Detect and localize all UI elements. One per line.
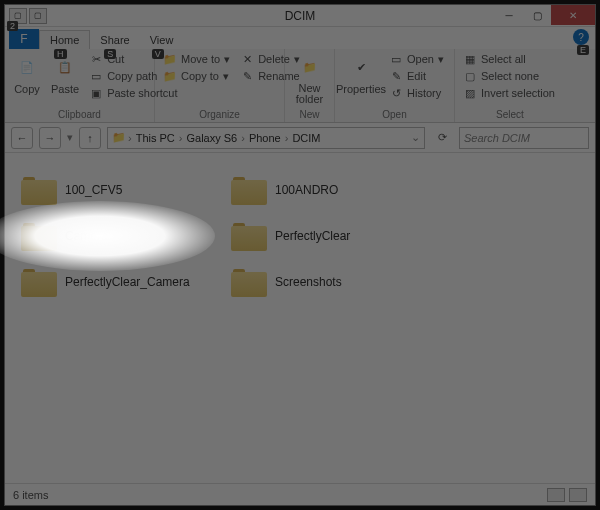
folder-icon [21,221,57,251]
qat-btn-2[interactable]: ▢2 [29,8,47,24]
folder-icon [231,267,267,297]
folder-item[interactable]: Camera [15,213,225,259]
window-title: DCIM [285,9,316,23]
edit-button[interactable]: ✎Edit [387,68,446,84]
select-none-icon: ▢ [463,69,477,83]
invert-icon: ▨ [463,86,477,100]
ribbon: 📄Copy 📋Paste ✂Cut ▭Copy path ▣Paste shor… [5,49,595,123]
copy-to-button[interactable]: 📁Copy to▾ [161,68,232,84]
minimize-button[interactable]: ─ [495,5,523,25]
edit-icon: ✎ [389,69,403,83]
cut-icon: ✂ [89,52,103,66]
history-button[interactable]: ↺History [387,85,446,101]
select-all-button[interactable]: ▦Select all [461,51,557,67]
folder-item[interactable]: Screenshots [225,259,435,305]
close-button[interactable]: ✕ [551,5,595,25]
search-box[interactable]: Search DCIM [459,127,589,149]
history-icon: ↺ [389,86,403,100]
details-view-button[interactable] [547,488,565,502]
group-organize: Organize [161,107,278,120]
crumb-dcim[interactable]: DCIM [290,132,322,144]
group-clipboard: Clipboard [11,107,148,120]
recent-dropdown[interactable]: ▾ [67,131,73,144]
move-icon: 📁 [163,52,177,66]
folder-label: Camera [65,229,108,243]
group-open: Open [341,107,448,120]
location-icon: 📁 [112,131,126,144]
up-button[interactable]: ↑ [79,127,101,149]
copy-button[interactable]: 📄Copy [11,51,43,97]
select-none-button[interactable]: ▢Select none [461,68,557,84]
move-to-button[interactable]: 📁Move to▾ [161,51,232,67]
new-folder-button[interactable]: 📁New folder [291,51,328,107]
properties-icon: ✔ [347,53,375,81]
group-select: Select [461,107,559,120]
icons-view-button[interactable] [569,488,587,502]
invert-selection-button[interactable]: ▨Invert selection [461,85,557,101]
folder-label: 100_CFV5 [65,183,122,197]
folder-item[interactable]: PerfectlyClear [225,213,435,259]
folder-icon [231,221,267,251]
quick-access-toolbar: ▢1 ▢2 [5,6,51,26]
open-button[interactable]: ▭Open▾ [387,51,446,67]
folder-label: PerfectlyClear [275,229,350,243]
folder-label: Screenshots [275,275,342,289]
crumb-device[interactable]: Galaxy S6 [184,132,239,144]
copy-path-icon: ▭ [89,69,103,83]
crumb-this-pc[interactable]: This PC [134,132,177,144]
content-pane[interactable]: 100_CFV5100ANDROCameraPerfectlyClearPerf… [5,153,595,483]
ribbon-tabs: F HomeH ShareS ViewV ? E [5,27,595,49]
file-tab[interactable]: F [9,29,39,49]
copy-icon: 📄 [13,53,41,81]
item-count: 6 items [13,489,48,501]
tab-view[interactable]: ViewV [140,31,184,49]
crumb-phone[interactable]: Phone [247,132,283,144]
back-button[interactable]: ← [11,127,33,149]
folder-icon [21,175,57,205]
folder-item[interactable]: 100ANDRO [225,167,435,213]
status-bar: 6 items [5,483,595,505]
select-all-icon: ▦ [463,52,477,66]
delete-icon: ✕ [240,52,254,66]
folder-label: PerfectlyClear_Camera [65,275,190,289]
folder-item[interactable]: 100_CFV5 [15,167,225,213]
address-dropdown[interactable]: ⌄ [411,131,420,144]
folder-icon [231,175,267,205]
maximize-button[interactable]: ▢ [523,5,551,25]
folder-item[interactable]: PerfectlyClear_Camera [15,259,225,305]
nav-bar: ← → ▾ ↑ 📁› This PC› Galaxy S6› Phone› DC… [5,123,595,153]
help-button[interactable]: ? [573,29,589,45]
forward-button[interactable]: → [39,127,61,149]
refresh-button[interactable]: ⟳ [431,127,453,149]
copyto-icon: 📁 [163,69,177,83]
group-new: New [291,107,328,120]
shortcut-icon: ▣ [89,86,103,100]
address-bar[interactable]: 📁› This PC› Galaxy S6› Phone› DCIM ⌄ [107,127,425,149]
properties-button[interactable]: ✔Properties [341,51,381,97]
folder-icon [21,267,57,297]
tab-share[interactable]: ShareS [90,31,139,49]
title-bar: ▢1 ▢2 DCIM ─ ▢ ✕ [5,5,595,27]
rename-icon: ✎ [240,69,254,83]
folder-icon: 📁 [296,53,324,81]
tab-home[interactable]: HomeH [39,30,90,49]
open-icon: ▭ [389,52,403,66]
folder-label: 100ANDRO [275,183,338,197]
